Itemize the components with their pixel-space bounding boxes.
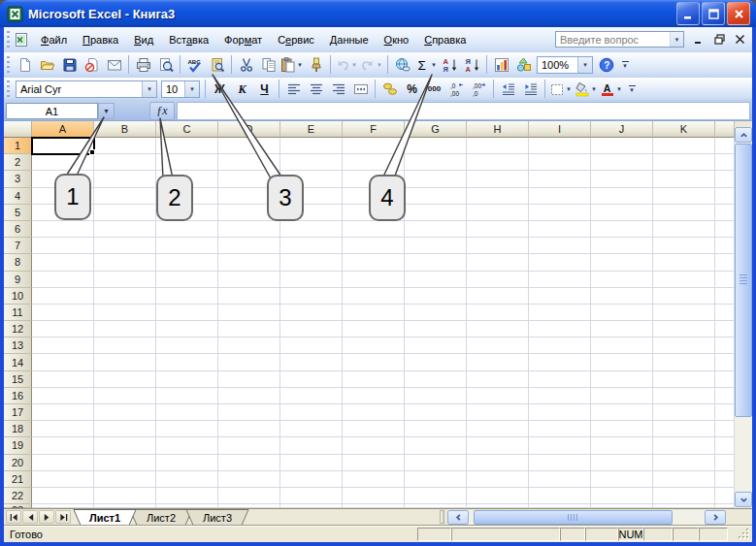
cell-a1-selected[interactable]: [32, 138, 94, 154]
cell[interactable]: [32, 337, 94, 354]
cell[interactable]: [715, 488, 735, 504]
toolbar-grip[interactable]: [7, 31, 10, 48]
email-button[interactable]: [104, 54, 125, 76]
cell[interactable]: [591, 171, 653, 187]
cell[interactable]: [467, 221, 529, 238]
formula-input[interactable]: [177, 102, 750, 120]
research-button[interactable]: [207, 54, 228, 76]
scroll-right-button[interactable]: [705, 510, 726, 525]
column-header-J[interactable]: J: [591, 121, 653, 138]
cell[interactable]: [653, 305, 715, 321]
cell[interactable]: [218, 437, 280, 454]
column-header-H[interactable]: H: [467, 121, 529, 138]
cell[interactable]: [156, 154, 218, 171]
cell[interactable]: [343, 371, 405, 388]
cell[interactable]: [467, 404, 529, 421]
cell[interactable]: [343, 488, 405, 504]
cell[interactable]: [94, 488, 156, 504]
cell[interactable]: [467, 154, 529, 171]
cell[interactable]: [405, 205, 467, 221]
scroll-up-button[interactable]: [735, 127, 752, 143]
row-header-9[interactable]: 9: [4, 272, 32, 288]
cell[interactable]: [218, 337, 280, 354]
cell[interactable]: [529, 321, 591, 337]
cell[interactable]: [156, 404, 218, 421]
row-header-12[interactable]: 12: [4, 321, 32, 337]
vertical-scroll-thumb[interactable]: [735, 144, 752, 417]
chevron-down-icon[interactable]: ▼: [376, 62, 384, 68]
cell[interactable]: [715, 404, 735, 421]
autosum-button[interactable]: Σ▼: [414, 54, 439, 76]
row-header-11[interactable]: 11: [4, 305, 32, 321]
row-header-3[interactable]: 3: [4, 171, 32, 187]
cell[interactable]: [405, 488, 467, 504]
cell[interactable]: [343, 337, 405, 354]
cell[interactable]: [405, 188, 467, 205]
cut-button[interactable]: [236, 54, 257, 76]
workbook-close-button[interactable]: [734, 33, 746, 46]
merge-center-button[interactable]: [350, 79, 372, 100]
cell[interactable]: [405, 471, 467, 488]
cell[interactable]: [94, 138, 156, 154]
decrease-indent-button[interactable]: [498, 79, 519, 100]
cell[interactable]: [529, 437, 591, 454]
cell[interactable]: [591, 205, 653, 221]
cell[interactable]: [405, 272, 467, 288]
cell[interactable]: [156, 488, 218, 504]
chevron-down-icon[interactable]: ▼: [430, 62, 439, 68]
cell[interactable]: [343, 437, 405, 454]
chevron-down-icon[interactable]: ▼: [184, 81, 199, 97]
column-header-K[interactable]: K: [653, 121, 715, 138]
cell[interactable]: [280, 337, 343, 354]
cell[interactable]: [218, 321, 280, 337]
menu-item-edit[interactable]: Правка: [75, 30, 126, 49]
cell[interactable]: [32, 288, 94, 305]
cell[interactable]: [94, 305, 156, 321]
cell[interactable]: [653, 455, 715, 471]
cell[interactable]: [653, 138, 715, 154]
toolbar-options-button[interactable]: ▼: [626, 80, 638, 99]
row-header-4[interactable]: 4: [4, 188, 32, 205]
font-size-combo[interactable]: 10 ▼: [161, 80, 200, 98]
cell[interactable]: [467, 254, 529, 271]
cell[interactable]: [32, 321, 94, 337]
cell[interactable]: [280, 437, 343, 454]
menu-item-data[interactable]: Данные: [322, 30, 377, 49]
chevron-down-icon[interactable]: ▼: [577, 57, 592, 73]
cell[interactable]: [591, 288, 653, 305]
cell[interactable]: [343, 421, 405, 437]
cell[interactable]: [218, 388, 280, 404]
horizontal-scrollbar[interactable]: [447, 510, 726, 525]
row-header-2[interactable]: 2: [4, 154, 32, 171]
cell[interactable]: [280, 305, 343, 321]
cell[interactable]: [156, 388, 218, 404]
cell[interactable]: [529, 171, 591, 187]
cell[interactable]: [343, 354, 405, 370]
cell[interactable]: [591, 254, 653, 271]
name-box-dropdown[interactable]: ▼: [98, 103, 115, 119]
cell[interactable]: [653, 254, 715, 271]
previous-sheet-button[interactable]: [22, 510, 38, 524]
cell[interactable]: [156, 471, 218, 488]
row-header-18[interactable]: 18: [4, 421, 32, 437]
cell[interactable]: [591, 272, 653, 288]
cell[interactable]: [94, 321, 156, 337]
cell[interactable]: [218, 354, 280, 370]
select-all-corner[interactable]: [4, 121, 32, 138]
cell[interactable]: [467, 488, 529, 504]
cell[interactable]: [467, 305, 529, 321]
last-sheet-button[interactable]: [55, 510, 71, 524]
cell[interactable]: [529, 138, 591, 154]
cell[interactable]: [405, 221, 467, 238]
cell[interactable]: [94, 371, 156, 388]
cell[interactable]: [591, 188, 653, 205]
cell[interactable]: [156, 321, 218, 337]
cell[interactable]: [653, 238, 715, 254]
cell[interactable]: [715, 171, 735, 187]
cell[interactable]: [94, 388, 156, 404]
cell[interactable]: [156, 337, 218, 354]
cell[interactable]: [529, 254, 591, 271]
column-header-A[interactable]: A: [32, 121, 94, 138]
cell[interactable]: [156, 272, 218, 288]
column-header-partial[interactable]: [715, 121, 735, 138]
